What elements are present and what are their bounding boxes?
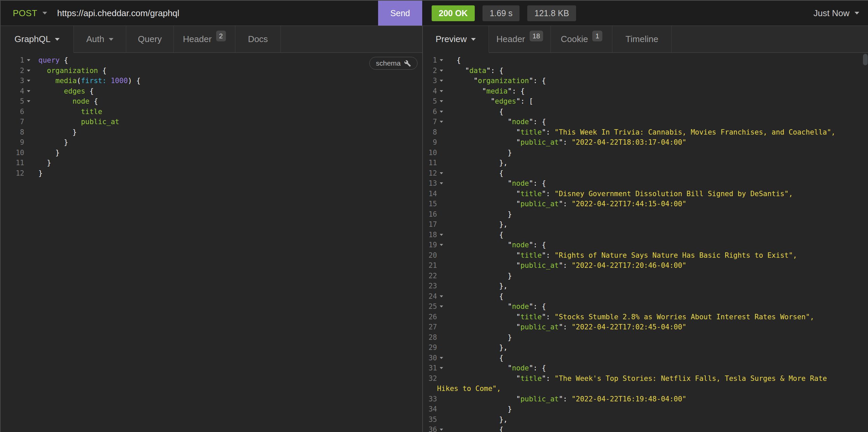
fold-toggle-icon[interactable]	[440, 59, 443, 61]
chevron-down-icon	[55, 38, 60, 41]
fold-toggle-icon[interactable]	[440, 121, 443, 123]
gutter-fold-cell	[437, 172, 446, 174]
line-number: 12	[423, 169, 437, 177]
line-number: 8	[423, 128, 437, 136]
tab-docs[interactable]: Docs	[235, 26, 281, 53]
send-button[interactable]: Send	[378, 1, 422, 26]
code-text: },	[457, 220, 508, 228]
fold-toggle-icon[interactable]	[440, 244, 443, 246]
fold-toggle-icon[interactable]	[440, 182, 443, 185]
code-line: 5 node {	[1, 96, 422, 107]
line-number: 9	[1, 138, 24, 146]
top-bar: POST https://api.cheddar.com/graphql Sen…	[1, 1, 868, 26]
request-url-bar: POST https://api.cheddar.com/graphql Sen…	[1, 1, 422, 26]
tab-preview-body[interactable]: Preview	[423, 26, 489, 53]
line-number: 27	[423, 323, 437, 331]
tab-label: GraphQL	[14, 34, 51, 44]
tab-graphql-body[interactable]: GraphQL	[1, 26, 74, 53]
code-text: "media": {	[457, 87, 525, 95]
tab-query[interactable]: Query	[126, 26, 174, 53]
line-number: 23	[423, 282, 437, 290]
code-line: 8 "title": "This Week In Trivia: Cannabi…	[423, 127, 868, 138]
code-text: {	[457, 108, 503, 116]
line-number: 31	[423, 364, 437, 372]
code-text: media(first: 1000) {	[38, 77, 141, 85]
fold-toggle-icon[interactable]	[27, 90, 30, 92]
code-line: 1query {	[1, 55, 422, 66]
fold-toggle-icon[interactable]	[440, 111, 443, 113]
gutter-fold-cell	[437, 429, 446, 431]
fold-toggle-icon[interactable]	[27, 59, 30, 61]
fold-toggle-icon[interactable]	[440, 429, 443, 431]
fold-toggle-icon[interactable]	[440, 234, 443, 236]
fold-toggle-icon[interactable]	[440, 305, 443, 307]
code-text: {	[457, 292, 503, 300]
fold-toggle-icon[interactable]	[440, 90, 443, 92]
tab-timeline[interactable]: Timeline	[613, 26, 672, 53]
line-number: 8	[1, 128, 24, 136]
code-text: "public_at": "2022-04-22T17:02:45-04:00"	[457, 323, 686, 331]
header-count-badge: 18	[530, 31, 543, 41]
fold-toggle-icon[interactable]	[440, 100, 443, 102]
gutter-fold-cell	[24, 80, 33, 82]
code-text: {	[457, 56, 461, 64]
schema-button[interactable]: schema	[369, 57, 417, 70]
code-text: edges {	[38, 87, 94, 95]
code-text: {	[457, 426, 503, 432]
code-line: 17 },	[423, 219, 868, 230]
chevron-down-icon	[109, 38, 114, 41]
response-history-dropdown[interactable]: Just Now	[813, 1, 868, 26]
code-text: public_at	[38, 118, 119, 126]
chevron-down-icon	[855, 12, 859, 14]
fold-toggle-icon[interactable]	[440, 357, 443, 359]
scrollbar-thumb[interactable]	[863, 54, 868, 65]
code-text: "node": {	[457, 118, 546, 126]
tab-label: Cookie	[561, 34, 588, 44]
fold-toggle-icon[interactable]	[440, 80, 443, 82]
code-text: }	[457, 333, 512, 341]
code-line: 35 },	[423, 414, 868, 425]
code-line: 8 }	[1, 127, 422, 138]
fold-toggle-icon[interactable]	[440, 70, 443, 72]
main-split: GraphQL Auth Query Header 2 Docs	[1, 26, 868, 432]
fold-toggle-icon[interactable]	[440, 172, 443, 174]
code-text: "title": "The Week's Top Stories: Netfli…	[457, 374, 827, 383]
gutter-fold-cell	[437, 295, 446, 297]
line-number: 25	[423, 302, 437, 310]
url-input[interactable]: https://api.cheddar.com/graphql	[57, 8, 378, 19]
fold-toggle-icon[interactable]	[440, 295, 443, 297]
code-line: 13 "node": {	[423, 178, 868, 189]
size-badge: 121.8 KB	[527, 5, 576, 21]
code-line: 3 "organization": {	[423, 76, 868, 86]
code-text: "public_at": "2022-04-22T18:03:17-04:00"	[457, 138, 686, 146]
code-line: 10 }	[423, 148, 868, 158]
fold-toggle-icon[interactable]	[27, 100, 30, 102]
fold-toggle-icon[interactable]	[27, 80, 30, 82]
code-text: {	[457, 231, 503, 239]
line-number: 10	[423, 149, 437, 157]
fold-toggle-icon[interactable]	[27, 70, 30, 72]
gutter-fold-cell	[437, 182, 446, 185]
line-number: 33	[423, 395, 437, 403]
graphql-query-editor[interactable]: schema 1query {2 organization {3 media(f…	[1, 53, 422, 432]
code-text: }	[457, 149, 512, 157]
gutter-fold-cell	[437, 357, 446, 359]
response-json-viewer[interactable]: 1{2 "data": {3 "organization": {4 "media…	[423, 53, 868, 432]
tab-auth[interactable]: Auth	[74, 26, 126, 53]
tab-response-header[interactable]: Header 18	[489, 26, 551, 53]
tab-label: Preview	[436, 34, 467, 44]
method-dropdown[interactable]: POST	[1, 1, 47, 26]
tab-header[interactable]: Header 2	[174, 26, 235, 53]
tab-cookie[interactable]: Cookie 1	[551, 26, 613, 53]
line-number: 10	[1, 149, 24, 157]
line-number: 2	[1, 67, 24, 75]
code-line: 6 {	[423, 107, 868, 117]
line-number: 11	[423, 159, 437, 167]
code-line: 15 "public_at": "2022-04-22T17:44:15-04:…	[423, 199, 868, 209]
fold-toggle-icon[interactable]	[440, 367, 443, 369]
gutter-fold-cell	[437, 111, 446, 113]
code-line: 33 "public_at": "2022-04-22T16:19:48-04:…	[423, 394, 868, 404]
code-text: "title": "Disney Government Dissolution …	[457, 190, 793, 198]
gutter-fold-cell	[437, 234, 446, 236]
code-line: 34 }	[423, 404, 868, 414]
